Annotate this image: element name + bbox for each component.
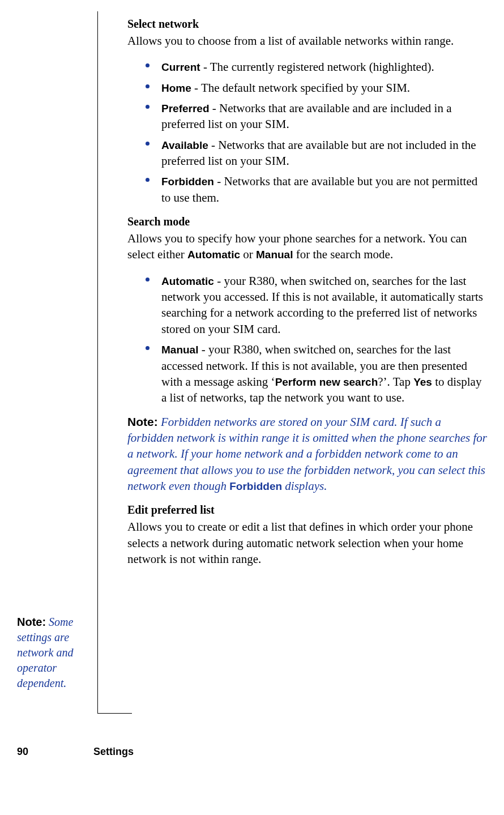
page-number: 90 (17, 745, 91, 759)
bullet-icon (146, 105, 150, 109)
term-manual: Manual (256, 249, 293, 261)
list-item: Manual - your R380, when switched on, se… (161, 342, 487, 406)
bullet-icon (146, 142, 150, 146)
desc: - The default network specified by your … (191, 81, 410, 95)
term-forbidden: Forbidden (229, 480, 282, 492)
list-item: Preferred - Networks that are available … (161, 100, 487, 133)
heading-search-mode: Search mode (127, 214, 487, 229)
bullet-icon (146, 63, 150, 67)
list-item: Automatic - your R380, when switched on,… (161, 273, 487, 337)
yes-button-label: Yes (413, 376, 432, 388)
manual-page: Select network Allows you to choose from… (0, 0, 504, 782)
main-column: Select network Allows you to choose from… (127, 16, 487, 567)
desc: - The currently registered network (high… (200, 60, 434, 74)
text-run: for the search mode. (293, 248, 393, 261)
list-item: Current - The currently registered netwo… (161, 59, 487, 75)
note-main: Note: Forbidden networks are stored on y… (127, 414, 487, 494)
prompt-text: Perform new search (275, 376, 378, 388)
term: Preferred (161, 103, 210, 114)
note-label: Note: (17, 616, 46, 628)
list-item: Available - Networks that are available … (161, 137, 487, 169)
list-select-network: Current - The currently registered netwo… (127, 59, 487, 206)
text-run: displays. (282, 479, 327, 493)
para-search-mode-intro: Allows you to specify how your phone sea… (127, 231, 487, 263)
bullet-icon (146, 84, 150, 88)
list-search-mode: Automatic - your R380, when switched on,… (127, 273, 487, 406)
note-label: Note: (127, 415, 158, 428)
para-edit-preferred-intro: Allows you to create or edit a list that… (127, 519, 487, 567)
term: Available (161, 139, 208, 151)
heading-edit-preferred: Edit preferred list (127, 502, 487, 518)
term: Automatic (161, 275, 214, 287)
note-body: Forbidden networks are stored on your SI… (127, 415, 487, 493)
para-select-network-intro: Allows you to choose from a list of avai… (127, 33, 487, 49)
bullet-icon (146, 178, 150, 182)
desc: - Networks that are available but are no… (161, 138, 476, 168)
content-frame-rule (97, 11, 132, 714)
page-footer: 90 Settings (17, 743, 470, 759)
term: Manual (161, 344, 198, 356)
term-automatic: Automatic (187, 249, 240, 261)
section-name: Settings (93, 745, 134, 759)
margin-note: Note: Some settings are network and oper… (17, 615, 91, 691)
term: Forbidden (161, 176, 214, 187)
term: Current (161, 61, 200, 73)
list-item: Home - The default network specified by … (161, 80, 487, 96)
text-run: or (240, 248, 256, 261)
bullet-icon (146, 278, 150, 281)
list-item: Forbidden - Networks that are available … (161, 173, 487, 206)
term: Home (161, 82, 191, 94)
desc: ?’. Tap (378, 375, 413, 389)
heading-select-network: Select network (127, 16, 487, 32)
bullet-icon (146, 346, 150, 350)
